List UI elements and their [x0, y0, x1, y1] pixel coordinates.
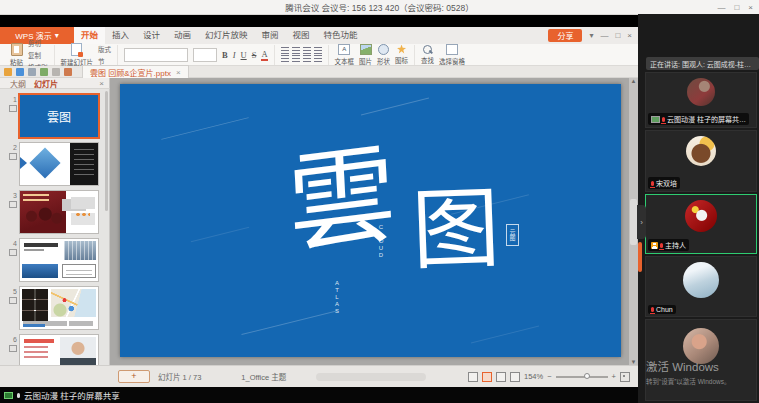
participant-tile[interactable]: Chun — [645, 256, 757, 317]
undo-icon[interactable] — [40, 68, 48, 76]
textbox-icon: A — [338, 44, 350, 55]
section-button[interactable]: 节 — [98, 56, 111, 66]
preview-icon[interactable] — [28, 68, 36, 76]
font-size-select[interactable] — [193, 48, 217, 62]
italic-button[interactable]: I — [233, 50, 236, 60]
tab-outline[interactable]: 大纲 — [10, 78, 26, 89]
slide-thumbnail[interactable] — [20, 191, 98, 233]
tab-animation[interactable]: 动画 — [167, 27, 198, 44]
new-slide-button[interactable]: 新建幻灯片 — [61, 43, 94, 67]
clipboard-icon — [11, 43, 23, 56]
copy-button[interactable]: 复制 — [28, 50, 48, 60]
status-bar: + 幻灯片 1 / 73 1_Office 主题 154% − + — [0, 365, 638, 387]
slide-thumbnail[interactable] — [20, 143, 98, 185]
view-slideshow-icon[interactable] — [510, 372, 520, 382]
slide-thumbnail[interactable] — [20, 239, 98, 281]
avatar — [683, 262, 719, 298]
redo-icon[interactable] — [52, 68, 60, 76]
thumbnail-scrollbar[interactable] — [105, 91, 108, 211]
shapes-button[interactable]: 形状 — [377, 44, 390, 66]
slide-canvas[interactable]: 雲 图 CLOUD ATLAS 云图 — [120, 84, 621, 357]
star-icon — [397, 45, 406, 54]
slide-thumbnail[interactable] — [20, 287, 98, 329]
meeting-title: 腾讯会议 会议号: 156 123 420（会议密码: 0528） — [285, 1, 474, 13]
line-spacing-icon[interactable] — [314, 55, 322, 62]
minimize-icon[interactable]: — — [717, 3, 725, 12]
speaking-banner: 正在讲话: 围观人: 云图成视-柱… — [646, 57, 759, 70]
slide-number: 6 — [13, 336, 17, 343]
icon-library-button[interactable]: 图标 — [395, 45, 408, 65]
tab-view[interactable]: 视图 — [286, 27, 317, 44]
paste-button[interactable]: 粘贴 — [10, 43, 23, 67]
mic-muted-icon — [651, 307, 654, 312]
zoom-slider[interactable] — [556, 376, 608, 378]
tab-design[interactable]: 设计 — [136, 27, 167, 44]
selection-pane-button[interactable]: 选择窗格 — [439, 44, 465, 66]
wps-close-icon[interactable]: × — [627, 31, 632, 40]
view-reading-icon[interactable] — [496, 372, 506, 382]
format-brush-icon[interactable] — [64, 68, 72, 76]
close-document-icon[interactable]: × — [176, 68, 181, 77]
textbox-button[interactable]: A 文本框 — [335, 44, 355, 66]
chevron-down-icon[interactable]: ▾ — [589, 31, 593, 40]
bold-button[interactable]: B — [222, 50, 228, 60]
picture-icon — [360, 44, 372, 55]
fit-screen-icon[interactable] — [620, 372, 630, 382]
tab-special-features[interactable]: 特色功能 — [317, 27, 365, 44]
zoom-in-icon[interactable]: + — [612, 372, 616, 381]
slide-thumbnail[interactable]: 雲图 — [20, 95, 98, 137]
share-button[interactable]: 分享 — [548, 29, 582, 42]
add-slide-button[interactable]: + — [118, 370, 150, 383]
align-left-icon[interactable] — [281, 47, 289, 54]
tab-slides[interactable]: 幻灯片 — [34, 78, 58, 89]
tab-slideshow[interactable]: 幻灯片放映 — [198, 27, 255, 44]
tab-insert[interactable]: 插入 — [105, 27, 136, 44]
participant-tile[interactable]: 宋双培 — [645, 130, 757, 192]
align-justify-icon[interactable] — [314, 47, 322, 54]
participant-tile-speaking[interactable]: 主持人 — [645, 194, 757, 254]
font-family-select[interactable] — [124, 48, 188, 62]
find-button[interactable]: 查找 — [421, 45, 434, 65]
layout-marker-icon — [9, 201, 17, 208]
avatar — [687, 78, 715, 106]
font-color-button[interactable]: A — [261, 49, 267, 61]
shapes-icon — [378, 44, 389, 55]
zoom-out-icon[interactable]: − — [547, 372, 551, 381]
vertical-label-cloud: CLOUD — [378, 224, 384, 259]
meeting-titlebar: 腾讯会议 会议号: 156 123 420（会议密码: 0528） — □ × — [0, 0, 759, 15]
save-icon[interactable] — [4, 68, 12, 76]
participant-name: 主持人 — [665, 240, 686, 250]
panel-collapse-handle[interactable]: › — [637, 205, 646, 239]
tab-review[interactable]: 审阅 — [255, 27, 286, 44]
maximize-icon[interactable]: □ — [734, 3, 739, 12]
view-sorter-icon[interactable] — [482, 372, 492, 382]
close-panel-icon[interactable]: × — [99, 79, 104, 88]
wps-restore-icon[interactable]: □ — [615, 31, 620, 40]
wps-minimize-icon[interactable]: — — [600, 31, 608, 40]
align-center-icon[interactable] — [292, 47, 300, 54]
tab-home[interactable]: 开始 — [74, 27, 105, 44]
view-normal-icon[interactable] — [468, 372, 478, 382]
align-right-icon[interactable] — [303, 47, 311, 54]
zoom-slider-knob[interactable] — [584, 373, 590, 379]
document-tab[interactable]: 雲图 回顾&企宣片.pptx × — [82, 65, 189, 78]
screen-share-status-bar: 云图动漫 柱子的屏幕共享 — [0, 387, 638, 403]
strikethrough-button[interactable]: S — [252, 50, 257, 60]
bullet-list-icon[interactable] — [281, 55, 289, 62]
cut-button[interactable]: 剪切 — [28, 38, 48, 48]
underline-button[interactable]: U — [241, 50, 247, 60]
participant-tile[interactable]: 云图动漫 柱子的屏幕共… — [645, 72, 757, 128]
search-icon — [423, 45, 432, 54]
indent-icon[interactable] — [303, 55, 311, 62]
layout-marker-icon — [9, 249, 17, 256]
print-icon[interactable] — [16, 68, 24, 76]
notes-pill[interactable] — [316, 373, 426, 381]
close-icon[interactable]: × — [748, 3, 753, 12]
paragraph-align-group — [281, 47, 322, 62]
screen-share-icon — [651, 116, 660, 123]
picture-button[interactable]: 图片 — [359, 44, 372, 66]
number-list-icon[interactable] — [292, 55, 300, 62]
slide-number: 2 — [13, 144, 17, 151]
scroll-up-icon[interactable]: ▲ — [631, 78, 637, 84]
layout-button[interactable]: 版式 — [98, 44, 111, 54]
